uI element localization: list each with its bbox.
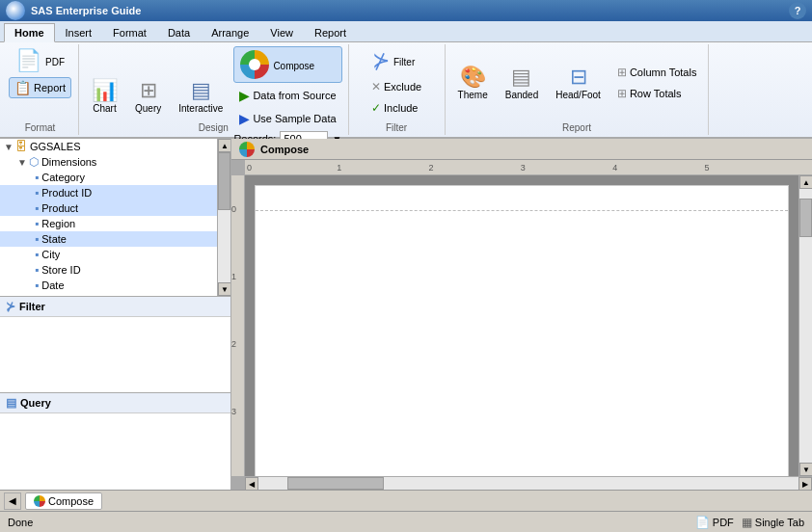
report-label: Report — [34, 82, 66, 93]
ribbon-group-report: 🎨 Theme ▤ Banded ⊟ Head/Foot ⊞ Column To… — [446, 44, 710, 135]
compose-tab[interactable]: Compose — [25, 492, 102, 510]
include-button[interactable]: ✓ Include — [365, 98, 423, 118]
ruler-mark-0: 0 — [247, 163, 252, 173]
theme-button[interactable]: 🎨 Theme — [451, 63, 495, 104]
ribbon-group-filter: ⊁ Filter ✕ Exclude ✓ Include Filter — [349, 44, 446, 135]
h-scroll-track — [258, 477, 798, 490]
status-pdf-icon: 📄 — [695, 516, 710, 529]
ruler-mark-4: 4 — [612, 163, 617, 173]
ruler-mark-left-3: 3 — [231, 407, 236, 416]
help-button[interactable]: ? — [789, 2, 806, 19]
v-scroll-thumb[interactable] — [799, 199, 812, 237]
scroll-up-btn[interactable]: ▲ — [218, 139, 230, 152]
use-sample-data-button[interactable]: ▶ Use Sample Data — [233, 108, 341, 129]
tree-root[interactable]: ▼ 🗄 GGSALES — [0, 139, 230, 154]
tab-insert[interactable]: Insert — [55, 23, 103, 41]
compose-button[interactable]: Compose — [233, 46, 341, 83]
banded-label: Banded — [505, 90, 538, 100]
left-ruler: 0 1 2 3 — [231, 175, 245, 476]
use-sample-data-label: Use Sample Data — [253, 113, 336, 124]
data-source-icon: ▶ — [239, 88, 250, 103]
filter-button[interactable]: ⊁ Filter — [365, 46, 421, 75]
row-totals-icon: ⊞ — [617, 87, 627, 100]
tree-dimensions[interactable]: ▼ ⬡ Dimensions — [0, 154, 230, 170]
query-button[interactable]: ⊞ Query — [128, 76, 168, 118]
compose-tab-icon — [34, 495, 45, 507]
interactive-icon: ▤ — [191, 80, 211, 101]
h-scroll-right[interactable]: ▶ — [798, 477, 812, 490]
exclude-label: Exclude — [384, 81, 421, 93]
left-panel: ▼ 🗄 GGSALES ▼ ⬡ Dimensions ▪ Category ▪ … — [0, 139, 231, 490]
compose-canvas-area: Compose 0 1 2 3 4 5 0 1 — [231, 139, 812, 490]
status-pdf[interactable]: 📄 PDF — [695, 516, 734, 529]
exclude-button[interactable]: ✕ Exclude — [365, 77, 427, 96]
field-icon-date: ▪ — [35, 279, 39, 292]
report-button[interactable]: 📋 Report — [9, 77, 71, 98]
filter-panel-header: ⊁ Filter — [0, 297, 230, 317]
tab-report[interactable]: Report — [304, 23, 357, 41]
field-icon-product: ▪ — [35, 201, 39, 215]
ruler-mark-1: 1 — [337, 163, 341, 173]
head-foot-label: Head/Foot — [555, 90, 601, 100]
compose-tab-label: Compose — [48, 495, 94, 507]
theme-label: Theme — [458, 90, 488, 100]
tab-data[interactable]: Data — [157, 23, 201, 41]
tree-item-date[interactable]: ▪ Date — [0, 278, 230, 293]
compose-header-bar: Compose — [231, 139, 812, 160]
row-totals-button[interactable]: ⊞ Row Totals — [611, 84, 703, 103]
interactive-button[interactable]: ▤ Interactive — [172, 76, 230, 118]
pdf-button[interactable]: 📄 PDF — [9, 46, 71, 75]
data-from-source-button[interactable]: ▶ Data from Source — [233, 85, 341, 106]
tab-format[interactable]: Format — [102, 23, 157, 41]
page-dashed-line — [256, 210, 788, 211]
v-scroll-up[interactable]: ▲ — [799, 175, 812, 189]
tree-item-product-id[interactable]: ▪ Product ID — [0, 185, 230, 200]
field-icon-category: ▪ — [35, 171, 39, 184]
totals-col: ⊞ Column Totals ⊞ Row Totals — [611, 63, 703, 103]
field-icon-region: ▪ — [35, 217, 39, 230]
exclude-icon: ✕ — [371, 80, 381, 93]
status-tab-icon: ▦ — [742, 516, 752, 529]
tab-arrange[interactable]: Arrange — [201, 23, 259, 41]
chart-label: Chart — [93, 103, 116, 114]
query-panel-icon: ▤ — [6, 396, 16, 410]
tab-home[interactable]: Home — [4, 23, 55, 42]
tree-item-city[interactable]: ▪ City — [0, 247, 230, 262]
report-group-label: Report — [562, 122, 591, 133]
tree-item-product[interactable]: ▪ Product — [0, 200, 230, 216]
expand-dimensions-icon[interactable]: ▼ — [17, 157, 27, 168]
db-icon: 🗄 — [15, 140, 27, 153]
query-panel-header: ▤ Query — [0, 393, 230, 413]
filter-icon: ⊁ — [372, 50, 390, 71]
h-scroll-thumb[interactable] — [287, 477, 384, 490]
column-totals-button[interactable]: ⊞ Column Totals — [611, 63, 703, 82]
bottom-bar: ◀ Compose — [0, 490, 812, 511]
top-ruler: 0 1 2 3 4 5 — [245, 160, 812, 175]
tab-view[interactable]: View — [259, 23, 304, 41]
head-foot-button[interactable]: ⊟ Head/Foot — [549, 63, 608, 104]
compose-header-icon — [239, 142, 255, 157]
scroll-thumb[interactable] — [218, 152, 230, 210]
design-group-label: Design — [199, 122, 229, 133]
page — [255, 185, 789, 476]
compose-label: Compose — [273, 61, 314, 71]
banded-button[interactable]: ▤ Banded — [499, 63, 545, 104]
filter-panel: ⊁ Filter — [0, 297, 230, 393]
nav-prev-btn[interactable]: ◀ — [4, 492, 21, 510]
canvas[interactable] — [245, 175, 798, 476]
expand-icon[interactable]: ▼ — [4, 142, 14, 152]
status-tab[interactable]: ▦ Single Tab — [742, 516, 804, 529]
tree-item-store-id[interactable]: ▪ Store ID — [0, 262, 230, 278]
chart-button[interactable]: 📊 Chart — [85, 76, 124, 118]
scroll-track — [218, 152, 230, 282]
tree-item-region[interactable]: ▪ Region — [0, 216, 230, 231]
v-scroll-down[interactable]: ▼ — [799, 463, 812, 476]
tree-item-category[interactable]: ▪ Category — [0, 170, 230, 185]
h-scroll-left[interactable]: ◀ — [245, 477, 258, 490]
column-totals-icon: ⊞ — [617, 66, 627, 79]
scroll-down-btn[interactable]: ▼ — [218, 282, 230, 296]
tree-scrollbar: ▲ ▼ — [217, 139, 230, 296]
ribbon-group-format: 📄 PDF 📋 Report Format — [2, 44, 79, 135]
tree-item-state[interactable]: ▪ State — [0, 231, 230, 247]
pdf-icon: 📄 — [15, 50, 41, 71]
